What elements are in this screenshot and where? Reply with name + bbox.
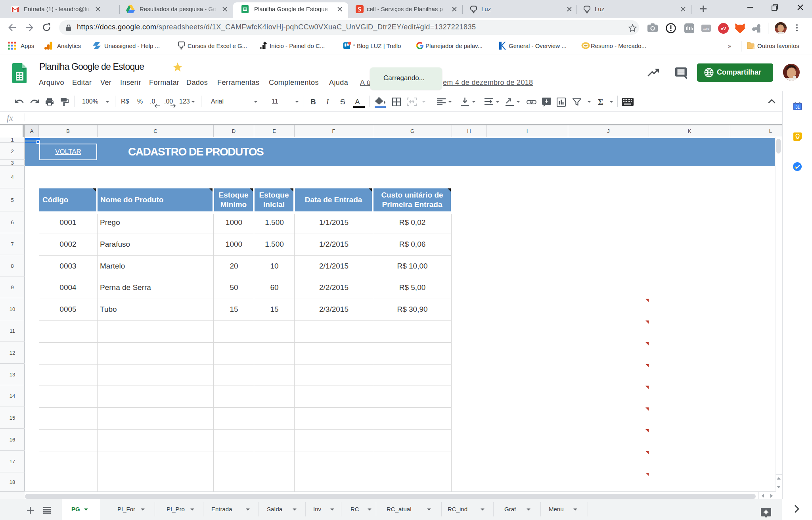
svg-text:10/8: 10/8 (703, 27, 709, 31)
svg-text:eV: eV (721, 26, 726, 31)
svg-text:31: 31 (795, 105, 800, 109)
